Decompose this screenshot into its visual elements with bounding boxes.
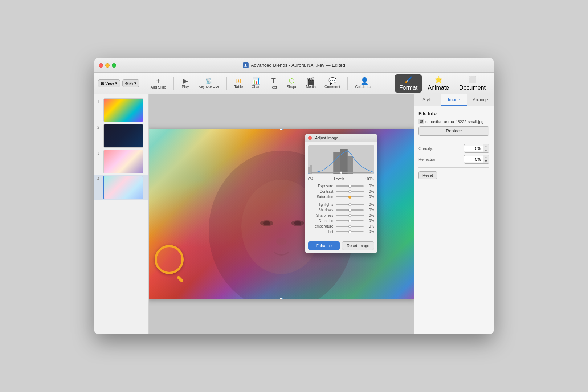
keynote-live-button[interactable]: 📡 Keynote Live [195, 77, 223, 90]
levels-row: 0% Levels 100% [305, 177, 377, 183]
reflection-value: 0% [464, 156, 483, 162]
tab-style[interactable]: Style [414, 94, 441, 106]
reset-button[interactable]: Reset [418, 171, 437, 179]
view-button[interactable]: ⊞ View ▾ [98, 79, 120, 87]
slide-thumb-3[interactable]: 3 [94, 149, 148, 175]
opacity-up-button[interactable]: ▲ [483, 144, 489, 148]
zoom-button[interactable]: 46% ▾ [122, 79, 139, 87]
levels-min: 0% [308, 177, 313, 181]
slider-row-8: Tint:0% [305, 229, 377, 234]
slider-track-6[interactable] [336, 220, 364, 221]
svg-point-10 [276, 238, 287, 245]
maximize-button[interactable] [112, 63, 116, 68]
slider-row-5: Sharpness:0% [305, 213, 377, 218]
slider-thumb-2[interactable] [348, 196, 351, 199]
svg-rect-16 [348, 156, 353, 174]
add-slide-button[interactable]: + Add Slide [147, 76, 170, 91]
svg-rect-1 [245, 64, 247, 64]
panel-content: File Info 🖼 sebastian-unrau-48222-small.… [414, 106, 494, 334]
shape-button[interactable]: ⬡ Shape [283, 76, 301, 90]
opacity-down-button[interactable]: ▼ [483, 148, 489, 152]
reflection-label: Reflection: [418, 157, 437, 162]
slide-thumb-2[interactable]: 2 [94, 123, 148, 149]
slide-img-4 [103, 176, 143, 199]
text-label: Text [270, 85, 277, 89]
replace-button[interactable]: Replace [418, 126, 489, 136]
slider-track-2[interactable] [336, 196, 364, 197]
animate-button[interactable]: ⭐ Animate [423, 74, 453, 93]
animate-label: Animate [428, 85, 449, 91]
document-button[interactable]: ⬜ Document [455, 74, 490, 93]
handle-top-center[interactable] [280, 129, 283, 130]
reflection-down-button[interactable]: ▼ [483, 159, 489, 163]
slider-thumb-5[interactable] [348, 214, 351, 217]
slider-track-0[interactable] [336, 185, 364, 187]
play-button[interactable]: ▶ Play [177, 76, 193, 90]
slider-row-7: Temperature:0% [305, 224, 377, 229]
svg-point-9 [294, 221, 301, 225]
slide-num-4: 4 [97, 177, 102, 181]
slider-label-7: Temperature: [308, 224, 334, 228]
shape-label: Shape [287, 85, 297, 89]
slider-row-3: Highlights:0% [305, 202, 377, 207]
svg-rect-2 [245, 64, 246, 66]
zoom-chevron-icon: ▾ [134, 81, 136, 86]
app-window: Advanced Blends - Aurora NXT.key — Edite… [94, 58, 494, 334]
reset-image-button[interactable]: Reset Image [342, 241, 374, 250]
opacity-label: Opacity: [418, 146, 433, 151]
slider-thumb-8[interactable] [348, 230, 351, 233]
media-icon: 🎬 [307, 78, 315, 84]
comment-button[interactable]: 💬 Comment [321, 76, 344, 90]
slider-thumb-3[interactable] [348, 203, 351, 206]
slide-panel: 1 2 3 4 [94, 94, 149, 334]
tab-image[interactable]: Image [441, 94, 467, 106]
minimize-button[interactable] [105, 63, 110, 68]
reflection-up-button[interactable]: ▲ [483, 155, 489, 159]
slider-track-3[interactable] [336, 204, 364, 205]
media-button[interactable]: 🎬 Media [302, 76, 319, 90]
slider-thumb-6[interactable] [348, 220, 351, 222]
slider-track-8[interactable] [336, 231, 364, 232]
slider-track-5[interactable] [336, 215, 364, 216]
svg-rect-3 [244, 66, 247, 67]
slider-row-6: De-noise:0% [305, 218, 377, 224]
slide-thumb-1[interactable]: 1 [94, 97, 148, 123]
slider-thumb-1[interactable] [348, 190, 351, 193]
panel-tabs: Style Image Arrange [414, 94, 494, 106]
table-button[interactable]: ⊞ Table [230, 76, 246, 90]
text-icon: T [271, 77, 276, 85]
tab-arrange[interactable]: Arrange [467, 94, 494, 106]
slider-thumb-4[interactable] [348, 209, 351, 212]
slider-label-4: Shadows: [308, 208, 334, 212]
slider-value-1: 0% [365, 189, 374, 193]
close-button[interactable] [99, 63, 103, 68]
slide-thumb-4[interactable]: 4 [94, 175, 148, 200]
slider-thumb-7[interactable] [348, 225, 351, 228]
chart-label: Chart [252, 85, 260, 89]
text-button[interactable]: T Text [266, 76, 282, 91]
add-slide-label: Add Slide [151, 85, 166, 89]
slide-num-1: 1 [97, 100, 102, 104]
slider-track-4[interactable] [336, 209, 364, 211]
adjust-panel-title: Adjust Image [315, 136, 338, 140]
slider-thumb-0[interactable] [348, 185, 351, 188]
collaborate-button[interactable]: 👤 Collaborate [351, 76, 377, 90]
slider-track-1[interactable] [336, 191, 364, 192]
collaborate-icon: 👤 [360, 78, 368, 84]
main-area: 1 2 3 4 [94, 94, 494, 334]
canvas-area[interactable]: Adjust Image [149, 94, 414, 334]
slider-value-5: 0% [365, 213, 374, 217]
table-label: Table [234, 85, 243, 89]
slider-row-1: Contrast:0% [305, 189, 377, 194]
play-label: Play [182, 85, 189, 89]
format-label: Format [399, 85, 418, 91]
chart-button[interactable]: 📊 Chart [248, 76, 264, 90]
format-button[interactable]: 🖌️ Format [395, 74, 422, 93]
opacity-stepper[interactable]: 0% ▲ ▼ [464, 144, 489, 153]
slider-value-3: 0% [365, 203, 374, 207]
handle-bottom-center[interactable] [280, 298, 283, 299]
enhance-button[interactable]: Enhance [308, 241, 340, 250]
adjust-panel-close[interactable] [308, 136, 312, 140]
slider-track-7[interactable] [336, 226, 364, 227]
reflection-stepper[interactable]: 0% ▲ ▼ [464, 155, 489, 164]
